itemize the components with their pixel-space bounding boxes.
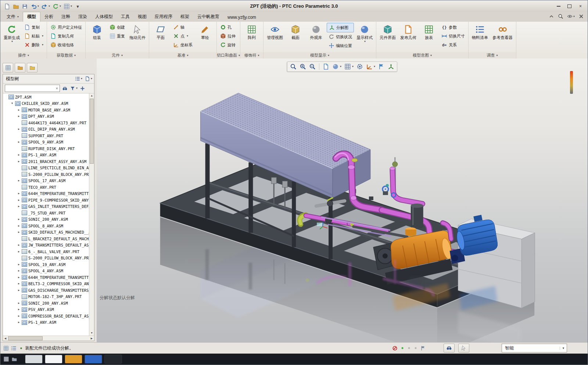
tree-item[interactable]: ▶PS-1_ANY.ASM [3,319,89,326]
ribbon-button-switch-dimensions[interactable]: 切换尺寸 [440,32,467,40]
ribbon-button-bom[interactable]: 物料清单 [470,23,490,52]
ribbon-group-label-调查[interactable]: 调查▾ [469,52,516,59]
tree-item[interactable]: S-2000_PILLOW_BLOCK_ANY.PRT [3,255,89,262]
tab-应用程序[interactable]: 应用程序 [151,12,176,22]
ribbon-button-manage-views[interactable]: 管理视图 [265,23,285,52]
ribbon-button-display-style[interactable]: 显示样式▾ [355,23,374,52]
tree-vertical-scrollbar[interactable]: ▲ ▼ [89,93,94,336]
taskbar-item-5[interactable] [105,355,122,363]
tab-分析[interactable]: 分析 [40,12,57,22]
tree-item[interactable]: ▶OIL_DRIP_PAN_ANY.ASM [3,126,89,133]
ribbon-button-parameters[interactable]: 参数 [440,23,467,32]
minimize-button[interactable] [553,3,563,10]
ribbon-button-toggle-status[interactable]: 切换状况 [327,32,354,41]
tree-expand-arrow[interactable]: ▶ [17,179,21,182]
repaint-button[interactable] [322,63,330,71]
ribbon-button-csys[interactable]: 坐标系 [171,40,194,49]
saved-views-button[interactable]: ▾ [344,63,354,71]
ribbon-group-label-切口和曲面[interactable]: 切口和曲面▾ [217,52,240,59]
tab-www.yzfjy.com[interactable]: www.yzfjy.com [223,13,260,22]
tree-item[interactable]: ▶DPT_ANY.ASM [3,113,89,120]
ribbon-group-label-获取数据[interactable]: 获取数据▾ [47,52,85,59]
ribbon-button-component-interface[interactable]: 元件界面 [378,23,398,52]
tree-item[interactable]: ▶SKID_DEFAULT_AS_MACHINED__A [3,229,89,236]
tree-item[interactable]: ▶MOTOR_BASE_ANY.ASM [3,107,89,113]
tree-item[interactable]: ▶SPOOL_17_ANY.ASM [3,178,89,184]
selection-filter-combobox[interactable]: 智能 ▾ [502,344,567,352]
undo-button[interactable]: ▾ [30,2,40,10]
customize-button[interactable]: ▾ [74,2,82,10]
ribbon-button-relations[interactable]: 关系 [440,40,467,49]
tree-expand-arrow[interactable]: ▶ [17,115,21,118]
ribbon-button-regenerate[interactable]: 重新生成▾ [2,23,22,52]
vertical-scroll-thumb[interactable] [90,99,94,164]
scroll-indicator[interactable] [570,71,573,94]
tree-item[interactable]: SUPPORT_ANY.PRT [3,132,89,139]
save-button[interactable] [21,2,29,10]
ribbon-button-point[interactable]: 点▾ [171,32,194,40]
tree-expand-arrow[interactable]: ▶ [17,263,21,266]
tree-expand-arrow[interactable]: ▶ [17,276,21,279]
tree-expand-arrow[interactable]: ▶ [17,250,21,253]
tree-item[interactable]: ▶PS-1_ANY.ASM [3,152,89,159]
scroll-right-icon[interactable]: ▶ [89,336,94,341]
tab-渲染[interactable]: 渲染 [74,12,91,22]
tree-expand-arrow[interactable]: ▶ [17,141,21,143]
ribbon-group-label-操作[interactable]: 操作▾ [0,52,47,59]
tree-expand-arrow[interactable]: ▶ [17,192,21,195]
tree-expand-arrow[interactable]: ▶ [17,321,21,324]
nav-model-tree-tab[interactable] [3,63,13,72]
taskbar-app-button[interactable] [11,356,17,362]
tree-expand-arrow[interactable]: ▶ [17,302,21,305]
display-style-gt-button[interactable]: ▾ [331,63,342,71]
taskbar-item-4[interactable] [85,355,102,363]
ribbon-group-label-元件[interactable]: 元件▾ [86,52,149,59]
ribbon-button-pattern[interactable]: 阵列 [242,23,262,52]
tree-expand-arrow[interactable]: ▶ [17,244,21,247]
ribbon-group-label-模型显示[interactable]: 模型显示▾ [263,52,376,59]
tree-item[interactable]: L_BRACKET2_DEFAULT_AS_MACHI [3,235,89,242]
tree-expand-arrow[interactable]: ▶ [17,160,21,163]
taskbar-item-2[interactable] [45,355,62,363]
refit-button[interactable] [289,63,297,71]
tree-expand-arrow[interactable]: ▶ [17,153,21,156]
tree-expand-arrow[interactable]: ▶ [17,109,21,111]
zoom-in-button[interactable] [299,63,307,71]
redo-button[interactable]: ▾ [41,2,51,10]
tree-item[interactable]: ▶644H_TEMPERATURE_TRANSMITTE [3,191,89,197]
nav-favorites-tab[interactable] [27,63,37,72]
status-find-button[interactable] [444,344,455,352]
tree-item[interactable]: ▼CHILLER_SKID_ANY.ASM [3,100,89,107]
ribbon-button-publish-geometry[interactable]: 发布几何 [398,23,418,52]
tree-item[interactable]: LINE_SPECTICLE_BLIND_8IN_AN [3,165,89,171]
ribbon-button-create[interactable]: 创建 [108,23,127,32]
find-button[interactable] [62,86,68,91]
nav-folders-tab[interactable] [15,63,25,72]
view-manager-button[interactable] [356,63,364,71]
restore-button[interactable] [564,3,574,10]
regenerate-qa-button[interactable]: ▾ [52,2,62,10]
expand-add-button[interactable] [80,86,85,91]
tree-expand-arrow[interactable]: ▶ [17,269,21,272]
ribbon-button-plane[interactable]: 平面 [151,23,171,52]
horizontal-scroll-thumb[interactable] [8,336,43,340]
ribbon-button-repeat[interactable]: 重复 [108,32,127,40]
tree-item[interactable]: _75_STUD_ANY.PRT [3,210,89,216]
window-switch-button[interactable]: ▾ [63,2,73,10]
taskbar-item-1[interactable] [25,355,42,363]
ribbon-button-hole[interactable]: 孔 [218,23,237,32]
3d-model-view[interactable] [97,59,588,343]
new-file-button[interactable] [3,2,11,10]
tree-item[interactable]: ▶SONIC_200_ANY.ASM [3,300,89,306]
tree-item[interactable]: ▶GAS_INLET_TRANSMITTERS_DEFA [3,203,89,210]
spin-center-button[interactable] [387,63,395,71]
tab-模型[interactable]: 模型 [23,12,40,22]
ribbon-button-axis[interactable]: 轴 [171,23,194,32]
ribbon-button-shrinkwrap[interactable]: 收缩包络 [49,40,84,49]
ribbon-button-udf[interactable]: 用户定义特征 [49,23,84,32]
visibility-button[interactable]: ▾ [567,14,575,19]
tree-search-input[interactable] [5,86,54,91]
tab-人体模型[interactable]: 人体模型 [91,12,117,22]
tree-item[interactable]: ▶2011_BRACKET_ASSY_ANY.ASM [3,158,89,165]
status-select-button[interactable] [458,344,469,352]
